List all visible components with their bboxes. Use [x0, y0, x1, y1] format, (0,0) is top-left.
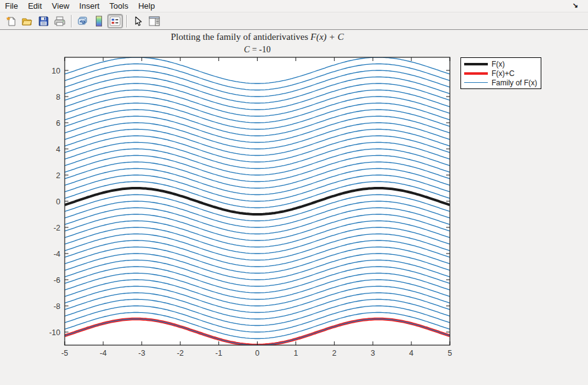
x-tick-label: 0 [255, 349, 259, 358]
print-button[interactable] [52, 14, 67, 28]
menu-item-view[interactable]: View [47, 0, 74, 12]
y-tick-label: 8 [56, 93, 60, 102]
save-icon [39, 16, 49, 26]
menu-item-tools[interactable]: Tools [105, 0, 133, 12]
y-tick-label: -6 [54, 276, 60, 285]
colorbar-icon [95, 16, 103, 27]
plot-title: Plotting the family of antiderivatives F… [65, 32, 450, 42]
x-tick-label: 1 [294, 349, 298, 358]
legend-entry: F(x)+C [464, 69, 537, 78]
x-tick-label: 2 [332, 349, 337, 358]
pointer-icon [134, 16, 142, 27]
plot-title-text: Plotting the family of antiderivatives [171, 32, 311, 42]
x-tick-label: -5 [61, 349, 68, 358]
new-figure-button[interactable] [4, 14, 19, 28]
plot-subtitle-text: = -10 [250, 45, 271, 54]
open-file-icon [22, 16, 33, 26]
figure-window: FileEditViewInsertToolsHelp↘ -5-4-3-2-10… [0, 0, 588, 385]
y-tick-label: -4 [54, 250, 60, 259]
x-tick-label: -1 [215, 349, 222, 358]
y-tick-label: 6 [56, 119, 60, 128]
plot-subtitle-math: C [244, 45, 250, 54]
print-icon [54, 16, 65, 26]
y-tick-label: 2 [56, 171, 60, 180]
y-tick-label: -10 [49, 328, 60, 337]
y-tick-label: 4 [56, 145, 60, 154]
x-tick-label: -3 [138, 349, 145, 358]
menu-bar: FileEditViewInsertToolsHelp↘ [0, 0, 588, 12]
open-file-button[interactable] [20, 14, 35, 28]
legend-line-sample [464, 82, 488, 83]
colorbar-button[interactable] [91, 14, 106, 28]
figure-canvas: -5-4-3-2-1012345-10-8-6-4-20246810 Plott… [0, 30, 588, 385]
y-tick-label: 0 [56, 197, 60, 206]
plot-tools-icon [149, 16, 160, 26]
new-figure-icon [6, 16, 17, 27]
x-tick-label: 4 [409, 349, 414, 358]
legend[interactable]: F(x)F(x)+CFamily of F(x) [460, 57, 541, 89]
toolbar-separator [71, 15, 72, 27]
legend-line-sample [464, 72, 488, 75]
insert-legend-icon [110, 16, 121, 26]
menu-item-help[interactable]: Help [133, 0, 160, 12]
x-tick-label: 5 [448, 349, 452, 358]
legend-label: F(x)+C [492, 69, 515, 78]
x-tick-label: -4 [100, 349, 106, 358]
y-tick-label: -8 [54, 302, 60, 311]
legend-label: F(x) [492, 60, 505, 69]
legend-line-sample [464, 63, 488, 65]
y-tick-label: 10 [52, 67, 60, 75]
link-plot-button[interactable] [75, 14, 90, 28]
legend-entry: F(x) [464, 59, 537, 69]
save-button[interactable] [36, 14, 51, 28]
plot-subtitle: C = -10 [65, 45, 450, 55]
insert-legend-button[interactable] [108, 14, 123, 28]
detach-arrow-icon[interactable]: ↘ [572, 1, 578, 9]
toolbar [0, 13, 588, 30]
menu-item-file[interactable]: File [0, 0, 23, 12]
menu-item-edit[interactable]: Edit [23, 0, 47, 12]
legend-entry: Family of F(x) [464, 78, 537, 87]
pointer-button[interactable] [131, 14, 146, 28]
x-tick-label: -2 [177, 349, 184, 358]
y-tick-label: -2 [54, 224, 60, 232]
x-tick-label: 3 [371, 349, 375, 358]
plot-title-math: F(x) + C [310, 32, 343, 42]
legend-label: Family of F(x) [492, 78, 537, 87]
link-plot-icon [77, 16, 88, 26]
toolbar-separator [126, 15, 127, 27]
menu-item-insert[interactable]: Insert [74, 0, 105, 12]
plot-tools-button[interactable] [147, 14, 162, 28]
